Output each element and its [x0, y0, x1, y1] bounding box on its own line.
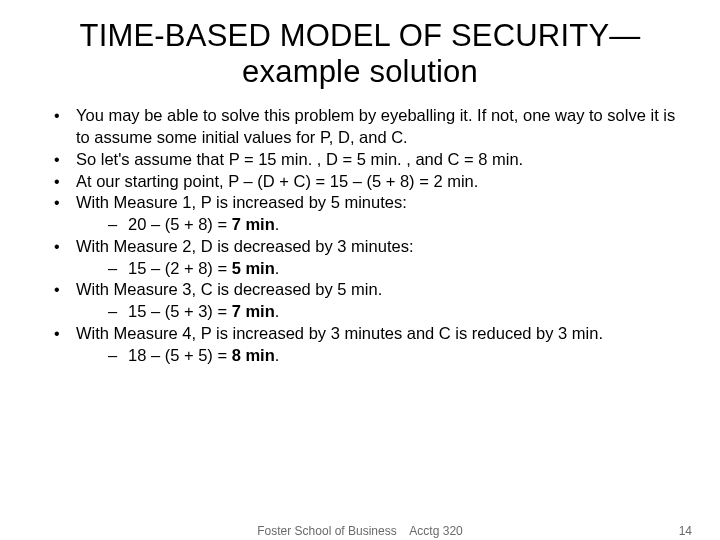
- list-item: So let's assume that P = 15 min. , D = 5…: [40, 149, 680, 171]
- footer-center: Foster School of Business Acctg 320: [257, 524, 462, 538]
- slide-title: TIME-BASED MODEL OF SECURITY—example sol…: [0, 0, 720, 97]
- footer-course: Acctg 320: [409, 524, 462, 538]
- bullet-text: With Measure 1, P is increased by 5 minu…: [76, 193, 407, 211]
- sub-item: 15 – (5 + 3) = 7 min.: [76, 301, 680, 323]
- bullet-text: So let's assume that P = 15 min. , D = 5…: [76, 150, 523, 168]
- sub-suffix: .: [275, 259, 280, 277]
- sub-bold: 7 min: [232, 302, 275, 320]
- sub-prefix: 15 – (5 + 3) =: [128, 302, 232, 320]
- list-item: With Measure 3, C is decreased by 5 min.…: [40, 279, 680, 323]
- sub-bold: 8 min: [232, 346, 275, 364]
- sub-bold: 5 min: [232, 259, 275, 277]
- sub-bold: 7 min: [232, 215, 275, 233]
- bullet-text: With Measure 3, C is decreased by 5 min.: [76, 280, 382, 298]
- sub-list: 18 – (5 + 5) = 8 min.: [76, 345, 680, 367]
- sub-suffix: .: [275, 215, 280, 233]
- slide-body: You may be able to solve this problem by…: [0, 97, 720, 366]
- bullet-text: You may be able to solve this problem by…: [76, 106, 675, 146]
- sub-prefix: 18 – (5 + 5) =: [128, 346, 232, 364]
- sub-suffix: .: [275, 302, 280, 320]
- footer-school: Foster School of Business: [257, 524, 396, 538]
- sub-list: 20 – (5 + 8) = 7 min.: [76, 214, 680, 236]
- list-item: You may be able to solve this problem by…: [40, 105, 680, 149]
- page-number: 14: [679, 524, 692, 538]
- list-item: With Measure 2, D is decreased by 3 minu…: [40, 236, 680, 280]
- list-item: With Measure 4, P is increased by 3 minu…: [40, 323, 680, 367]
- sub-item: 15 – (2 + 8) = 5 min.: [76, 258, 680, 280]
- sub-prefix: 20 – (5 + 8) =: [128, 215, 232, 233]
- sub-item: 18 – (5 + 5) = 8 min.: [76, 345, 680, 367]
- bullet-text: With Measure 4, P is increased by 3 minu…: [76, 324, 603, 342]
- sub-list: 15 – (5 + 3) = 7 min.: [76, 301, 680, 323]
- sub-prefix: 15 – (2 + 8) =: [128, 259, 232, 277]
- list-item: At our starting point, P – (D + C) = 15 …: [40, 171, 680, 193]
- bullet-text: At our starting point, P – (D + C) = 15 …: [76, 172, 478, 190]
- bullet-text: With Measure 2, D is decreased by 3 minu…: [76, 237, 413, 255]
- sub-item: 20 – (5 + 8) = 7 min.: [76, 214, 680, 236]
- sub-list: 15 – (2 + 8) = 5 min.: [76, 258, 680, 280]
- bullet-list: You may be able to solve this problem by…: [40, 105, 680, 366]
- sub-suffix: .: [275, 346, 280, 364]
- list-item: With Measure 1, P is increased by 5 minu…: [40, 192, 680, 236]
